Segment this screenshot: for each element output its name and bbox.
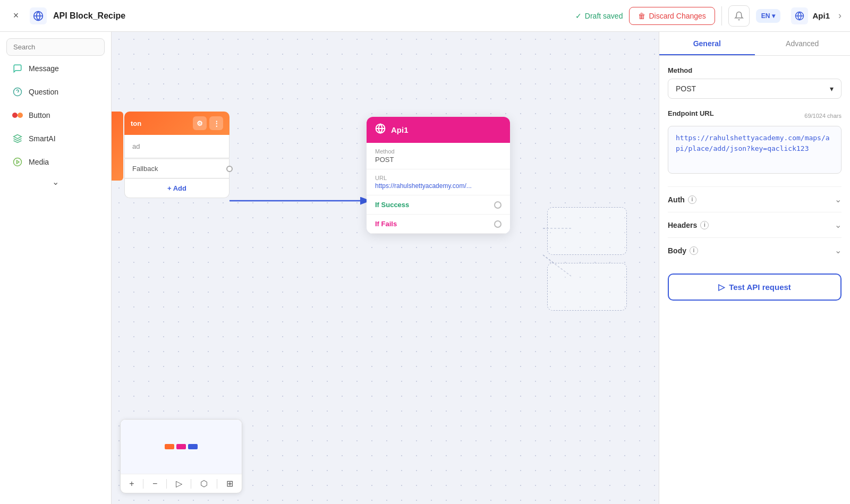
map-button[interactable]: ⊞	[226, 479, 233, 489]
minimap-divider-2	[166, 479, 167, 489]
api-if-success-row: If Success	[367, 195, 510, 215]
node-settings-button[interactable]: ⚙	[193, 116, 207, 130]
auth-collapsible[interactable]: Auth i ⌄	[668, 186, 842, 212]
minimap-divider-4	[217, 479, 217, 489]
endpoint-label-row: Endpoint URL 69/1024 chars	[668, 109, 842, 122]
api-node-title: Api1	[391, 125, 409, 134]
play-circle-icon: ▷	[718, 282, 725, 292]
api-node-body: Method POST URL https://rahulshettyacade…	[367, 143, 510, 234]
minimap-node-blue	[188, 444, 198, 449]
close-button[interactable]: ×	[8, 8, 23, 23]
fallback-label: Fallback	[132, 165, 158, 173]
lang-label: EN	[761, 12, 770, 20]
trash-icon: 🗑	[638, 12, 645, 20]
api-node: Api1 Method POST URL https://rahulshetty…	[367, 117, 510, 234]
method-selected-value: POST	[676, 84, 696, 93]
zoom-in-button[interactable]: +	[129, 479, 134, 489]
question-icon	[12, 86, 23, 98]
headers-collapsible[interactable]: Headers i ⌄	[668, 212, 842, 237]
minimap-node-pink	[176, 444, 186, 449]
panel-chevron-icon[interactable]: ›	[838, 10, 842, 21]
headers-label: Headers i	[668, 221, 709, 229]
headers-info-icon: i	[700, 221, 709, 229]
language-selector[interactable]: EN ▾	[756, 9, 781, 23]
right-panel-tabs: General Advanced	[659, 32, 850, 56]
main-layout: Message Question Button	[0, 32, 850, 504]
sidebar-item-label: SmartAI	[29, 134, 56, 143]
left-node-title: ton	[131, 119, 141, 127]
api-url-label: URL	[375, 175, 502, 181]
globe-icon	[30, 7, 47, 24]
api-url-section: URL https://rahulshettyacademy.com/...	[367, 169, 510, 195]
if-success-connector[interactable]	[494, 201, 502, 209]
fails-branch-empty	[547, 263, 627, 311]
sidebar-item-button[interactable]: Button	[6, 105, 105, 126]
tab-advanced[interactable]: Advanced	[755, 32, 851, 55]
orange-partial-block	[112, 112, 123, 181]
add-button[interactable]: + Add	[125, 178, 229, 198]
body-info-icon: i	[690, 246, 698, 255]
endpoint-url-input[interactable]: https://rahulshettyacademy.com/maps/api/…	[668, 126, 842, 174]
chevron-down-icon: ▾	[772, 12, 775, 20]
body-collapsible[interactable]: Body i ⌄	[668, 237, 842, 263]
zoom-out-button[interactable]: −	[152, 479, 157, 489]
svg-point-8	[14, 158, 22, 166]
right-panel-header: Api1 ›	[791, 7, 842, 24]
api-icon	[791, 7, 808, 24]
endpoint-chars: 69/1024 chars	[804, 113, 842, 119]
sidebar-item-label: Question	[29, 88, 58, 96]
tab-general[interactable]: General	[659, 32, 755, 55]
api-method-label: Method	[375, 148, 502, 155]
right-panel-content: Method POST ▾ Endpoint URL 69/1024 chars…	[659, 56, 850, 504]
left-sidebar: Message Question Button	[0, 32, 112, 504]
method-select[interactable]: POST ▾	[668, 79, 842, 99]
canvas[interactable]: ton ⚙ ⋮ ad Fallback + Add	[112, 32, 659, 504]
page-title: API Block_Recipe	[53, 11, 569, 21]
endpoint-field-group: Endpoint URL 69/1024 chars https://rahul…	[668, 109, 842, 186]
api-node-icon	[375, 123, 386, 136]
node-menu-button[interactable]: ⋮	[209, 116, 223, 130]
test-api-button[interactable]: ▷ Test API request	[668, 274, 842, 301]
svg-marker-9	[17, 160, 20, 164]
api-node-title: Api1	[812, 11, 830, 20]
link-button[interactable]: ⬡	[200, 479, 208, 489]
topbar: × API Block_Recipe ✓ Draft saved 🗑 Disca…	[0, 0, 850, 32]
if-success-label: If Success	[375, 201, 409, 209]
sidebar-item-media[interactable]: Media	[6, 151, 105, 173]
svg-point-6	[12, 113, 18, 118]
sidebar-item-smartai[interactable]: SmartAI	[6, 128, 105, 149]
auth-chevron-icon: ⌄	[835, 194, 842, 204]
expand-sidebar-button[interactable]: ⌄	[6, 175, 105, 189]
button-icon	[12, 109, 23, 121]
body-label: Body i	[668, 246, 698, 255]
draft-status: ✓ Draft saved	[575, 12, 623, 20]
play-button[interactable]: ▷	[176, 479, 182, 489]
minimap-divider-3	[191, 479, 191, 489]
svg-point-7	[18, 113, 23, 118]
sidebar-item-question[interactable]: Question	[6, 81, 105, 102]
api-url-value: https://rahulshettyacademy.com/...	[375, 182, 502, 190]
fallback-connector	[226, 166, 233, 172]
minimap-divider-1	[143, 479, 143, 489]
search-input[interactable]	[6, 38, 105, 56]
sidebar-item-label: Media	[29, 158, 49, 166]
if-fails-connector[interactable]	[494, 220, 502, 228]
right-panel: General Advanced Method POST ▾ Endpoint …	[659, 32, 850, 504]
message-icon	[12, 63, 23, 74]
auth-label: Auth i	[668, 195, 696, 204]
left-node-item: ad	[125, 138, 229, 155]
minimap-node-orange	[165, 444, 174, 449]
minimap-content	[121, 420, 242, 474]
method-field-group: Method POST ▾	[668, 66, 842, 99]
auth-info-icon: i	[688, 195, 696, 204]
api-method-section: Method POST	[367, 143, 510, 169]
sidebar-item-label: Message	[29, 64, 59, 73]
discard-changes-button[interactable]: 🗑 Discard Changes	[629, 7, 715, 25]
api-node-header: Api1	[367, 117, 510, 143]
check-icon: ✓	[575, 12, 582, 20]
headers-chevron-icon: ⌄	[835, 220, 842, 230]
bell-button[interactable]	[728, 5, 750, 27]
chevron-down-icon: ▾	[830, 84, 834, 93]
sidebar-item-message[interactable]: Message	[6, 58, 105, 79]
if-fails-label: If Fails	[375, 220, 397, 228]
